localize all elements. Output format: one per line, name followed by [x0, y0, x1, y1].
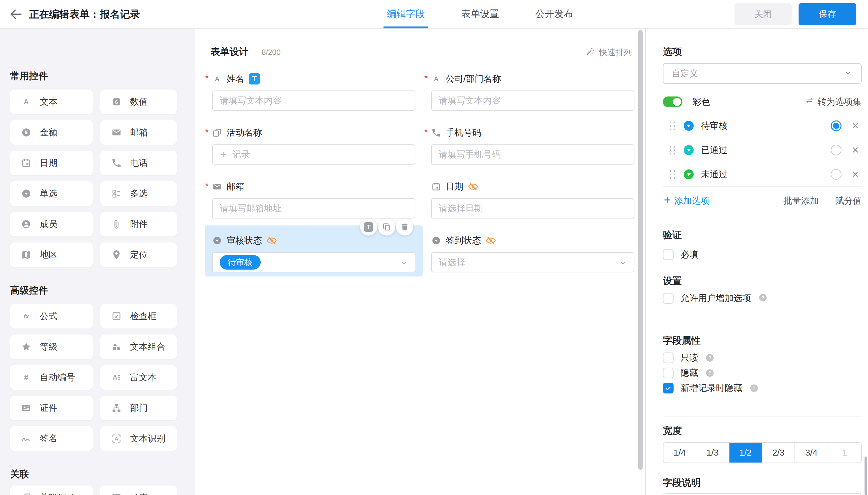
canvas-field-6[interactable]: 日期请选择日期 [431, 180, 635, 219]
svg-text:fx: fx [24, 313, 29, 320]
star-icon [21, 341, 32, 352]
quick-arrange-button[interactable]: 快速排列 [585, 46, 632, 58]
width-option-1[interactable]: 1 [828, 443, 861, 462]
control-item-formula[interactable]: fx公式 [10, 304, 93, 328]
convert-to-option-set-button[interactable]: 转为选项集 [805, 96, 862, 108]
prop-checkbox[interactable] [663, 353, 674, 363]
canvas-field-3[interactable]: *活动名称记录 [212, 126, 415, 165]
canvas-field-5[interactable]: *邮箱请填写邮箱地址 [212, 180, 415, 219]
control-item-multi-select[interactable]: 多选 [100, 181, 177, 206]
field-input[interactable]: 请选择日期 [431, 198, 635, 219]
field-description-input[interactable] [663, 493, 862, 495]
control-item-region[interactable]: 地区 [10, 242, 93, 267]
tab-3[interactable]: 公开发布 [532, 0, 577, 28]
control-item-date[interactable]: 日期 [10, 151, 93, 175]
text-type-icon: T [364, 222, 373, 232]
formula-icon: fx [21, 311, 32, 322]
default-option-radio[interactable] [831, 169, 841, 180]
add-option-button[interactable]: 添加选项 [663, 195, 709, 207]
inspector-scrollbar[interactable] [865, 457, 867, 495]
canvas-scrollbar[interactable] [638, 30, 643, 470]
drag-handle-icon[interactable] [670, 122, 675, 130]
width-option-1-2[interactable]: 1/2 [730, 443, 762, 462]
chevron-down-icon [619, 258, 627, 269]
width-option-1-4[interactable]: 1/4 [664, 443, 696, 462]
canvas-field-2[interactable]: *A公司/部门名称请填写文本内容 [431, 72, 635, 111]
control-item-text[interactable]: A文本 [10, 89, 93, 114]
field-placeholder: 请选择 [439, 256, 465, 268]
member-icon [21, 219, 32, 229]
text-icon: A [21, 97, 32, 107]
save-button[interactable]: 保存 [799, 3, 856, 25]
field-select[interactable]: 待审核 [212, 252, 415, 272]
tab-2[interactable]: 表单设置 [458, 0, 503, 28]
help-icon[interactable]: ? [758, 293, 768, 304]
color-toggle[interactable] [663, 97, 683, 107]
copy-field-button[interactable] [378, 219, 395, 236]
control-item-attachment[interactable]: 附件 [100, 212, 177, 237]
help-icon[interactable]: ? [705, 368, 715, 378]
drag-handle-icon[interactable] [670, 146, 675, 154]
batch-add-button[interactable]: 批量添加 [783, 195, 819, 207]
delete-field-button[interactable] [396, 219, 413, 236]
field-input[interactable]: 请填写邮箱地址 [212, 198, 415, 219]
field-label: 活动名称 [227, 127, 262, 139]
option-label: 未通过 [701, 168, 727, 180]
drag-handle-icon[interactable] [670, 170, 675, 179]
canvas-field-4[interactable]: *手机号码请填写手机号码 [431, 126, 635, 165]
active-tab-underline [383, 27, 428, 28]
help-icon[interactable]: ? [705, 353, 715, 362]
control-item-member[interactable]: 成员 [10, 212, 93, 237]
width-option-1-3[interactable]: 1/3 [696, 443, 729, 462]
allow-user-add-checkbox[interactable] [663, 293, 674, 304]
control-item-phone[interactable]: 电话 [100, 151, 177, 175]
control-item-number[interactable]: 6数值 [100, 89, 177, 114]
control-item-ocr[interactable]: A文本识别 [100, 426, 177, 451]
control-item-autonumber[interactable]: #自动编号 [10, 365, 93, 390]
back-button[interactable] [9, 7, 23, 21]
required-checkbox[interactable] [663, 250, 674, 260]
field-placeholder: 请选择日期 [439, 202, 483, 215]
control-item-idcard[interactable]: 证件 [10, 396, 93, 420]
remove-option-icon[interactable]: × [849, 168, 862, 181]
assign-score-button[interactable]: 赋分值 [835, 195, 862, 207]
control-item-signature[interactable]: 签名 [10, 426, 93, 451]
hidden-eye-icon [468, 181, 478, 192]
width-option-2-3[interactable]: 2/3 [762, 443, 795, 462]
tab-1[interactable]: 编辑字段 [383, 0, 428, 28]
remove-option-icon[interactable]: × [849, 144, 862, 156]
add-option-label: 添加选项 [674, 195, 709, 207]
control-item-richtext[interactable]: A富文本 [100, 365, 177, 390]
control-item-link-record[interactable]: 关联记录 [10, 485, 93, 495]
field-record-input[interactable]: 记录 [212, 144, 415, 165]
control-item-email[interactable]: 邮箱 [100, 120, 177, 145]
control-item-department[interactable]: 部门 [100, 396, 177, 420]
control-item-currency[interactable]: ¥金额 [10, 120, 93, 145]
option-source-select[interactable]: 自定义 [663, 63, 862, 84]
field-type-button[interactable]: T [360, 219, 377, 236]
width-option-3-4[interactable]: 3/4 [795, 443, 828, 462]
control-item-checkbox[interactable]: 检查框 [100, 304, 177, 328]
field-input[interactable]: 请填写手机号码 [431, 144, 635, 165]
control-item-text-combo[interactable]: 文本组合 [100, 335, 177, 359]
prop-checkbox[interactable] [663, 383, 674, 393]
field-input[interactable]: 请填写文本内容 [212, 90, 415, 111]
control-item-single-select[interactable]: 单选 [10, 181, 93, 206]
prop-checkbox[interactable] [663, 368, 674, 378]
field-select[interactable]: 请选择 [431, 252, 635, 272]
canvas-field-7[interactable]: 审核状态待审核 [212, 234, 415, 272]
control-item-star[interactable]: 等级 [10, 335, 93, 359]
close-button[interactable]: 关闭 [735, 3, 792, 25]
default-option-radio[interactable] [831, 120, 841, 131]
field-input[interactable]: 请填写文本内容 [431, 90, 635, 111]
canvas-field-1[interactable]: *A姓名T请填写文本内容 [212, 72, 415, 111]
control-item-location[interactable]: 定位 [100, 242, 177, 267]
help-icon[interactable]: ? [749, 383, 759, 393]
default-option-radio[interactable] [831, 145, 841, 155]
field-label-row: 日期 [431, 180, 635, 193]
chevron-down-icon [399, 258, 408, 269]
remove-option-icon[interactable]: × [849, 119, 862, 132]
canvas-field-8[interactable]: 签到状态请选择 [431, 234, 635, 272]
control-item-subtable[interactable]: 子表 [100, 485, 177, 495]
field-label-row: 签到状态 [431, 234, 635, 248]
